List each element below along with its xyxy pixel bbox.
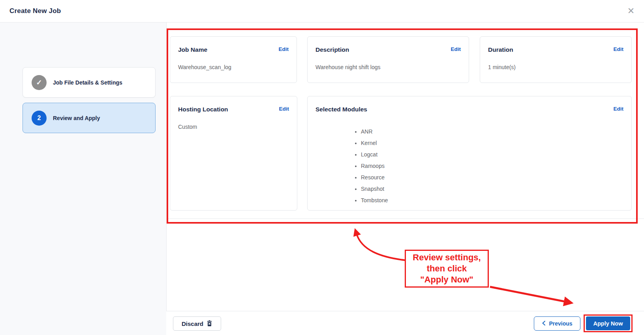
apply-now-button-label: Apply Now — [593, 320, 623, 327]
description-card: Description Edit Warehouse night shift l… — [307, 36, 469, 83]
annotation-text-line: "Apply Now" — [420, 274, 473, 285]
annotation-arrow-straight — [490, 287, 566, 302]
annotation-text-line: Review settings, — [413, 252, 481, 263]
annotation-arrow-curved — [357, 234, 406, 260]
edit-selected-modules-link[interactable]: Edit — [614, 106, 624, 112]
hosting-location-value: Custom — [178, 124, 289, 130]
content-divider-vertical — [166, 23, 167, 311]
module-list: ANR Kernel Logcat Ramoops Resource Snaps… — [315, 128, 623, 204]
apply-now-button[interactable]: Apply Now — [586, 316, 630, 330]
annotation-text-line: then click — [427, 263, 467, 274]
list-item: Tombstone — [361, 197, 623, 204]
list-item: Snapshot — [361, 185, 623, 192]
edit-hosting-location-link[interactable]: Edit — [279, 106, 289, 112]
list-item: Resource — [361, 174, 623, 181]
selected-modules-card: Selected Modules Edit ANR Kernel Logcat … — [307, 96, 632, 211]
step-job-file-details[interactable]: ✓ Job File Details & Settings — [23, 67, 156, 98]
duration-card: Duration Edit 1 minute(s) — [480, 36, 632, 83]
step-review-and-apply[interactable]: 2 Review and Apply — [23, 103, 156, 133]
step-label: Job File Details & Settings — [53, 79, 122, 86]
card-title: Job Name — [178, 46, 207, 53]
discard-button-label: Discard — [182, 320, 203, 327]
edit-description-link[interactable]: Edit — [451, 46, 461, 52]
footer-divider — [167, 311, 644, 311]
dialog-header: Create New Job ✕ — [0, 0, 644, 23]
page-title: Create New Job — [9, 7, 61, 15]
list-item: Ramoops — [361, 162, 623, 169]
list-item: Logcat — [361, 151, 623, 158]
card-title: Selected Modules — [315, 106, 367, 113]
close-icon[interactable]: ✕ — [625, 6, 636, 17]
chevron-left-icon — [542, 320, 546, 327]
card-title: Description — [315, 46, 349, 53]
card-title: Duration — [488, 46, 513, 53]
previous-button-label: Previous — [549, 320, 572, 327]
description-value: Warehouse night shift logs — [315, 64, 461, 70]
hosting-location-card: Hosting Location Edit Custom — [170, 96, 297, 211]
create-new-job-dialog: Create New Job ✕ ✓ Job File Details & Se… — [0, 0, 644, 335]
list-item: ANR — [361, 128, 623, 135]
job-name-value: Warehouse_scan_log — [178, 64, 289, 70]
duration-value: 1 minute(s) — [488, 64, 623, 70]
step-label: Review and Apply — [53, 115, 100, 121]
discard-button[interactable]: Discard — [173, 316, 221, 331]
annotation-callout-box: Review settings, then click "Apply Now" — [405, 250, 489, 288]
edit-job-name-link[interactable]: Edit — [279, 46, 289, 52]
trash-delete-icon — [207, 320, 212, 327]
edit-duration-link[interactable]: Edit — [614, 46, 624, 52]
stepper-sidebar: ✓ Job File Details & Settings 2 Review a… — [0, 23, 166, 335]
previous-button[interactable]: Previous — [534, 316, 580, 331]
job-name-card: Job Name Edit Warehouse_scan_log — [170, 36, 297, 83]
card-title: Hosting Location — [178, 106, 228, 113]
step-number-badge: 2 — [32, 111, 47, 126]
content-divider-horizontal — [167, 218, 644, 219]
list-item: Kernel — [361, 139, 623, 147]
check-icon: ✓ — [32, 75, 47, 90]
